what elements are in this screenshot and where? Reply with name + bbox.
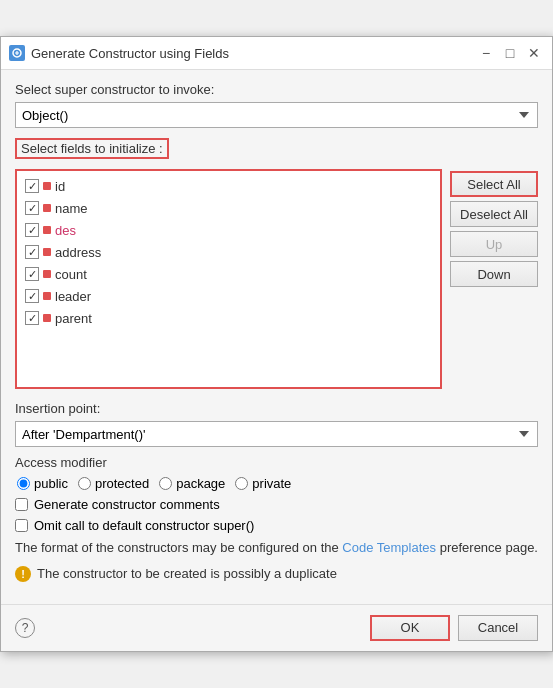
fields-label-row: Select fields to initialize : [15,138,538,159]
field-name-leader: leader [55,289,91,304]
omit-super-checkbox[interactable] [15,519,28,532]
warning-row: ! The constructor to be created is possi… [15,566,538,582]
field-checkbox-parent[interactable] [25,311,39,325]
field-item-count[interactable]: count [21,263,436,285]
ok-button[interactable]: OK [370,615,450,641]
field-type-icon-name [43,204,51,212]
field-item-des[interactable]: des [21,219,436,241]
access-modifier-group: public protected package private [15,476,538,491]
title-bar: Generate Constructor using Fields − □ ✕ [1,37,552,70]
field-name-id: id [55,179,65,194]
field-item-address[interactable]: address [21,241,436,263]
insertion-point-dropdown[interactable]: After 'Dempartment()' [15,421,538,447]
field-checkbox-address[interactable] [25,245,39,259]
field-checkbox-id[interactable] [25,179,39,193]
close-button[interactable]: ✕ [524,43,544,63]
info-text: The format of the constructors may be co… [15,539,538,557]
warning-text: The constructor to be created is possibl… [37,566,337,581]
footer-buttons: OK Cancel [370,615,538,641]
generate-comments-checkbox[interactable] [15,498,28,511]
field-item-parent[interactable]: parent [21,307,436,329]
footer-left: ? [15,618,35,638]
field-item-leader[interactable]: leader [21,285,436,307]
super-constructor-label: Select super constructor to invoke: [15,82,538,97]
fields-list: idnamedesaddresscountleaderparent [15,169,442,389]
help-button[interactable]: ? [15,618,35,638]
fields-action-buttons: Select All Deselect All Up Down [450,169,538,287]
field-name-parent: parent [55,311,92,326]
fields-section-label: Select fields to initialize : [15,138,169,159]
select-all-button[interactable]: Select All [450,171,538,197]
generate-comments-checkbox-row[interactable]: Generate constructor comments [15,497,538,512]
up-button[interactable]: Up [450,231,538,257]
dialog-footer: ? OK Cancel [1,604,552,651]
minimize-button[interactable]: − [476,43,496,63]
dialog-body: Select super constructor to invoke: Obje… [1,70,552,593]
super-constructor-dropdown[interactable]: Object() [15,102,538,128]
access-modifier-label: Access modifier [15,455,538,470]
field-name-des: des [55,223,76,238]
deselect-all-button[interactable]: Deselect All [450,201,538,227]
field-item-name[interactable]: name [21,197,436,219]
field-checkbox-des[interactable] [25,223,39,237]
field-checkbox-count[interactable] [25,267,39,281]
fields-section: idnamedesaddresscountleaderparent Select… [15,169,538,389]
window-controls: − □ ✕ [476,43,544,63]
field-type-icon-address [43,248,51,256]
field-type-icon-des [43,226,51,234]
down-button[interactable]: Down [450,261,538,287]
warning-icon: ! [15,566,31,582]
generate-constructor-dialog: Generate Constructor using Fields − □ ✕ … [0,36,553,651]
cancel-button[interactable]: Cancel [458,615,538,641]
generate-comments-label: Generate constructor comments [34,497,220,512]
omit-super-checkbox-row[interactable]: Omit call to default constructor super() [15,518,538,533]
radio-private[interactable]: private [235,476,291,491]
radio-protected[interactable]: protected [78,476,149,491]
field-name-count: count [55,267,87,282]
insertion-point-label: Insertion point: [15,401,538,416]
radio-package[interactable]: package [159,476,225,491]
field-type-icon-parent [43,314,51,322]
insertion-point-section: Insertion point: After 'Dempartment()' [15,401,538,447]
field-type-icon-leader [43,292,51,300]
field-type-icon-count [43,270,51,278]
maximize-button[interactable]: □ [500,43,520,63]
dialog-icon [9,45,25,61]
field-name-address: address [55,245,101,260]
field-type-icon-id [43,182,51,190]
dialog-title: Generate Constructor using Fields [31,46,470,61]
field-checkbox-leader[interactable] [25,289,39,303]
field-checkbox-name[interactable] [25,201,39,215]
code-templates-link[interactable]: Code Templates [342,540,436,555]
field-name-name: name [55,201,88,216]
field-item-id[interactable]: id [21,175,436,197]
omit-super-label: Omit call to default constructor super() [34,518,254,533]
radio-public[interactable]: public [17,476,68,491]
